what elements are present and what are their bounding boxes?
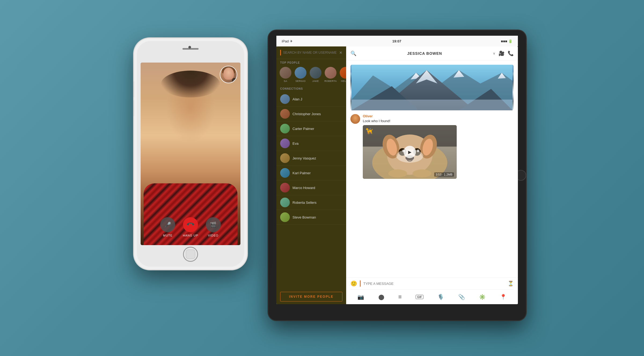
top-person-roberta[interactable]: ROBERTA: [324, 67, 338, 82]
mountain-svg: [350, 65, 514, 110]
search-input[interactable]: [283, 51, 337, 55]
svg-point-24: [388, 169, 407, 177]
play-button[interactable]: ▶: [404, 146, 416, 158]
list-item[interactable]: Karl Palmer: [276, 166, 346, 180]
top-person-sergio[interactable]: SERGIO: [294, 67, 308, 82]
contact-name-jenny: Jenny Vasquez: [292, 156, 342, 160]
sticker-emoji: 🦮: [365, 128, 373, 135]
mute-control[interactable]: 🎤 MUTE: [160, 217, 175, 237]
video-icon: 🎬: [210, 221, 217, 228]
mic-icon[interactable]: 🎙️: [437, 294, 444, 300]
top-people-row: SA SERGIO JAKE ROBERTA: [276, 66, 346, 85]
contact-avatar-marco: [280, 183, 290, 192]
contact-name-carter: Carter Palmer: [292, 127, 342, 131]
iphone-front-camera: [188, 46, 191, 49]
iphone-screen: ↺ 🎤 MUTE 📞: [141, 63, 240, 245]
chat-contact-name: JESSICA BOWEN: [360, 51, 490, 56]
top-person-name-sa: SA: [284, 80, 287, 82]
top-person-avatar-sergio: [295, 67, 306, 79]
phone-icon[interactable]: 📞: [508, 50, 514, 56]
list-item[interactable]: Eva: [276, 136, 346, 151]
layers-icon[interactable]: ≡: [398, 293, 402, 300]
contact-avatar-steve: [280, 212, 290, 222]
circle-icon[interactable]: ⬤: [378, 294, 384, 300]
top-person-avatar-hele: [340, 67, 346, 79]
hangup-button[interactable]: 📞: [183, 217, 198, 232]
hangup-icon: 📞: [186, 220, 195, 230]
chat-input-row: 🙂 ⏳: [350, 280, 514, 290]
status-left: iPad ✈: [282, 39, 293, 43]
camera-icon[interactable]: 📷: [357, 294, 364, 300]
close-icon[interactable]: ✕: [339, 50, 342, 55]
search-icon[interactable]: 🔍: [350, 50, 356, 56]
contact-name-roberta: Roberta Sellers: [292, 201, 342, 205]
connections-list: Alan J Christopher Jones Carter Palmer E…: [276, 92, 346, 289]
list-item[interactable]: Jenny Vasquez: [276, 151, 346, 166]
chevron-down-icon[interactable]: ∨: [493, 52, 495, 55]
iphone-power-btn: [247, 89, 248, 111]
list-item[interactable]: Christopher Jones: [276, 107, 346, 121]
gif-button[interactable]: GIF: [416, 295, 423, 299]
contact-avatar-carter: [280, 124, 290, 133]
chat-panel: 🔍 JESSICA BOWEN ∨ 🎥 📞: [346, 46, 518, 304]
video-duration: 3:53 · 1.2MB: [434, 172, 454, 177]
mountain-image: [350, 65, 514, 110]
refresh-icon: ↺: [232, 78, 237, 83]
top-person-sa[interactable]: SA: [279, 67, 292, 82]
list-item[interactable]: Marco Howard: [276, 180, 346, 195]
status-battery: ■■■ 🔋: [501, 39, 513, 43]
contact-avatar-karl: [280, 168, 290, 178]
list-item[interactable]: Alan J: [276, 92, 346, 107]
video-call-icon[interactable]: 🎥: [499, 50, 504, 56]
message-row-oliver: Oliver Look who I found!: [350, 114, 514, 179]
contact-avatar-alan: [280, 94, 290, 104]
contact-name-karl: Karl Palmer: [292, 171, 342, 175]
message-input[interactable]: [363, 282, 505, 286]
status-time: 19:07: [392, 39, 401, 43]
iphone-home-inner: [186, 249, 195, 259]
location-icon[interactable]: 📍: [500, 294, 507, 300]
dog-video-thumbnail[interactable]: 🦮 ▶ 3:53 · 1.2MB: [363, 125, 457, 179]
contact-name-steve: Steve Bowman: [292, 215, 342, 219]
hangup-label: HANG UP: [183, 234, 198, 237]
iphone-device: ↺ 🎤 MUTE 📞: [134, 38, 247, 269]
chat-toolbar: 📷 ⬤ ≡ GIF 🎙️ 📎 ✳️ 📍: [350, 292, 514, 301]
paperclip-icon[interactable]: 📎: [458, 294, 465, 300]
video-button[interactable]: 🎬: [206, 217, 221, 232]
hangup-control[interactable]: 📞 HANG UP: [183, 217, 198, 237]
ipad-screen: ✕ TOP PEOPLE SA SERGIO JAKE: [276, 46, 518, 304]
mute-button[interactable]: 🎤: [160, 217, 175, 232]
mute-icon: 🎤: [164, 221, 171, 228]
oliver-avatar: [350, 114, 360, 124]
top-person-hele[interactable]: HELE...: [339, 67, 346, 82]
contact-name-alan: Alan J: [292, 97, 342, 101]
small-caller-avatar: ↺: [220, 66, 237, 83]
top-person-jake[interactable]: JAKE: [309, 67, 323, 82]
svg-rect-9: [352, 100, 513, 110]
iphone-body: ↺ 🎤 MUTE 📞: [137, 41, 244, 267]
list-item[interactable]: Steve Bowman: [276, 210, 346, 225]
iphone-volume-up: [133, 81, 134, 97]
invite-more-people-button[interactable]: INVITE MORE PEOPLE: [280, 292, 342, 301]
connections-section-label: CONNECTIONS: [276, 85, 346, 92]
top-person-avatar-roberta: [325, 67, 336, 79]
ipad-left-panel: ✕ TOP PEOPLE SA SERGIO JAKE: [276, 46, 346, 304]
emoji-icon[interactable]: 🙂: [350, 280, 357, 287]
chat-input-area: 🙂 ⏳ 📷 ⬤ ≡ GIF 🎙️ 📎 ✳️ 📍: [346, 277, 518, 304]
list-item[interactable]: Carter Palmer: [276, 121, 346, 136]
video-call-background: ↺ 🎤 MUTE 📞: [141, 63, 240, 245]
iphone-home-button[interactable]: [183, 247, 198, 262]
scene: ↺ 🎤 MUTE 📞: [134, 30, 510, 326]
contact-name-christopher: Christopher Jones: [292, 112, 342, 116]
search-accent-bar: [280, 50, 281, 56]
list-item[interactable]: Roberta Sellers: [276, 195, 346, 210]
mute-label: MUTE: [163, 234, 173, 237]
sparkle-icon[interactable]: ✳️: [479, 294, 486, 300]
video-control[interactable]: 🎬 VIDEO: [206, 217, 221, 237]
call-controls: 🎤 MUTE 📞 HANG UP 🎬: [141, 217, 240, 237]
contact-avatar-roberta: [280, 198, 290, 207]
timer-icon[interactable]: ⏳: [508, 281, 514, 286]
top-person-name-roberta: ROBERTA: [324, 80, 337, 82]
message-text: Look who I found!: [363, 119, 514, 123]
message-content-oliver: Oliver Look who I found!: [363, 114, 514, 179]
